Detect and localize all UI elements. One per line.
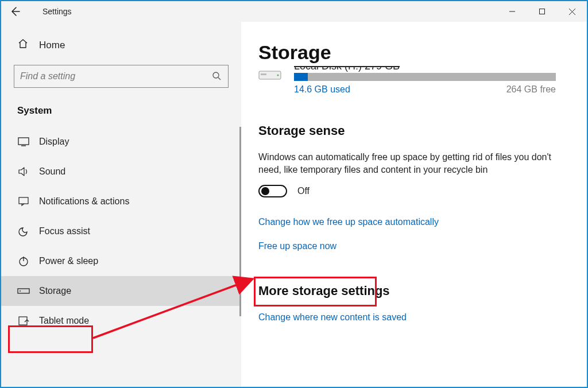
disk-free-label: 264 GB free — [506, 84, 556, 95]
search-input[interactable] — [20, 71, 212, 82]
sidebar-nav: Display Sound Notifications & actions — [1, 127, 241, 336]
sidebar-item-storage[interactable]: Storage — [1, 276, 241, 306]
svg-rect-15 — [261, 73, 266, 75]
sidebar-item-power-sleep[interactable]: Power & sleep — [1, 246, 241, 276]
window-title: Settings — [42, 7, 72, 16]
sidebar-category: System — [1, 100, 241, 119]
sidebar-item-label: Focus assist — [39, 226, 90, 236]
search-icon — [212, 71, 222, 82]
sidebar-item-label: Display — [39, 137, 69, 147]
toggle-knob — [261, 187, 269, 195]
sidebar-home[interactable]: Home — [1, 32, 241, 58]
disk-body: Local Disk (H:) 279 GB 14.6 GB used 264 … — [294, 66, 570, 95]
storage-sense-desc: Windows can automatically free up space … — [258, 151, 568, 177]
display-icon — [17, 135, 30, 148]
focus-assist-icon — [17, 225, 30, 238]
content-pane: Storage Local Disk (H:) 279 GB 14.6 GB u… — [241, 22, 587, 387]
drive-icon — [258, 68, 284, 81]
svg-point-12 — [20, 290, 21, 292]
svg-line-5 — [218, 77, 220, 80]
storage-icon — [17, 285, 30, 297]
sound-icon — [17, 165, 30, 178]
power-icon — [17, 255, 30, 267]
storage-sense-title: Storage sense — [258, 123, 570, 138]
sidebar-item-label: Tablet mode — [39, 316, 89, 326]
sidebar-item-sound[interactable]: Sound — [1, 157, 241, 187]
sidebar-item-label: Sound — [39, 166, 65, 177]
sidebar: Home System Display — [1, 22, 241, 387]
storage-sense-toggle-label: Off — [297, 186, 310, 196]
svg-point-4 — [213, 72, 219, 78]
close-button[interactable] — [557, 1, 587, 22]
sidebar-item-label: Power & sleep — [39, 256, 98, 266]
page-title: Storage — [258, 41, 570, 64]
sidebar-home-label: Home — [39, 40, 65, 51]
sidebar-item-display[interactable]: Display — [1, 127, 241, 157]
svg-rect-8 — [19, 197, 28, 204]
link-free-up-now[interactable]: Free up space now — [258, 241, 336, 251]
maximize-button[interactable] — [527, 1, 557, 22]
window-controls — [497, 1, 587, 22]
notifications-icon — [17, 195, 30, 208]
home-icon — [17, 38, 30, 52]
sidebar-item-tablet-mode[interactable]: Tablet mode — [1, 306, 241, 336]
back-button[interactable] — [1, 1, 29, 22]
minimize-button[interactable] — [497, 1, 527, 22]
svg-point-16 — [277, 75, 279, 76]
sidebar-item-label: Notifications & actions — [39, 196, 129, 207]
settings-window: Settings Home — [0, 0, 588, 388]
storage-sense-toggle[interactable] — [258, 185, 287, 197]
tablet-icon — [17, 315, 30, 327]
search-box[interactable] — [14, 65, 229, 88]
disk-usage-bar — [294, 73, 556, 81]
disk-used-label: 14.6 GB used — [294, 84, 350, 95]
svg-rect-6 — [18, 138, 29, 145]
sidebar-item-notifications[interactable]: Notifications & actions — [1, 187, 241, 216]
disk-usage-fill — [294, 73, 308, 81]
disk-usage-row[interactable]: Local Disk (H:) 279 GB 14.6 GB used 264 … — [258, 66, 570, 95]
sidebar-item-focus-assist[interactable]: Focus assist — [1, 216, 241, 246]
more-storage-title: More storage settings — [258, 284, 570, 298]
titlebar: Settings — [1, 1, 587, 22]
link-change-free-up[interactable]: Change how we free up space automaticall… — [258, 217, 439, 227]
link-change-where-saved[interactable]: Change where new content is saved — [258, 312, 407, 323]
disk-name: Local Disk (H:) 279 GB — [294, 66, 570, 73]
sidebar-item-label: Storage — [39, 286, 71, 296]
svg-rect-1 — [540, 9, 545, 14]
